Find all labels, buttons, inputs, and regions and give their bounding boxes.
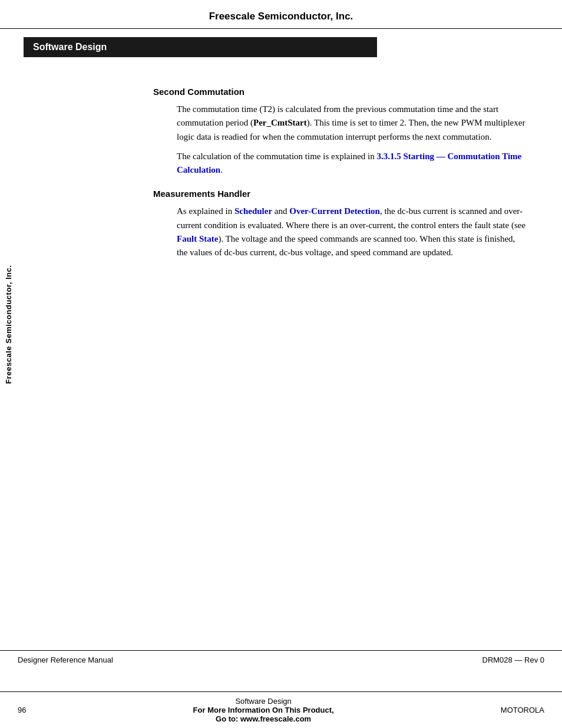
header-title: Freescale Semiconductor, Inc.: [209, 11, 353, 22]
main-content: Second Commutation The commutation time …: [0, 57, 562, 676]
second-commutation-title: Second Commutation: [153, 87, 527, 97]
section-banner-label: Software Design: [33, 42, 107, 52]
bold-per-cmtstart: Per_CmtStart: [253, 118, 307, 127]
side-watermark-text: Freescale Semiconductor, Inc.: [5, 265, 14, 384]
mh-para1-end: ). The voltage and the speed commands ar…: [177, 234, 515, 257]
footer-top: Designer Reference Manual DRM028 — Rev 0: [0, 650, 562, 669]
side-watermark: Freescale Semiconductor, Inc.: [0, 118, 18, 531]
link-over-current-detection[interactable]: Over-Current Detection: [289, 206, 380, 216]
footer-center-line1: Software Design: [26, 697, 500, 706]
link-scheduler[interactable]: Scheduler: [234, 206, 272, 216]
second-commutation-para1: The commutation time (T2) is calculated …: [177, 103, 527, 144]
section-banner: Software Design: [24, 37, 377, 57]
para2-end: .: [220, 165, 223, 174]
second-commutation-body: The commutation time (T2) is calculated …: [177, 103, 527, 177]
footer-top-right: DRM028 — Rev 0: [482, 655, 544, 664]
footer-bottom: 96 Software Design For More Information …: [0, 691, 562, 728]
measurements-handler-body: As explained in Scheduler and Over-Curre…: [177, 205, 527, 259]
footer-page-number: 96: [18, 706, 26, 714]
footer-top-left: Designer Reference Manual: [18, 655, 113, 664]
mh-sep: and: [272, 206, 289, 216]
footer-brand: MOTOROLA: [501, 706, 544, 714]
second-commutation-para2: The calculation of the commutation time …: [177, 150, 527, 177]
footer-center-line2: For More Information On This Product,: [26, 706, 500, 714]
page-header: Freescale Semiconductor, Inc.: [0, 0, 562, 29]
mh-para1-pre: As explained in: [177, 206, 234, 216]
measurements-handler-title: Measurements Handler: [153, 189, 527, 199]
measurements-handler-para1: As explained in Scheduler and Over-Curre…: [177, 205, 527, 259]
para2-pre: The calculation of the commutation time …: [177, 151, 377, 161]
link-fault-state[interactable]: Fault State: [177, 234, 218, 243]
footer-center: Software Design For More Information On …: [26, 697, 500, 723]
footer-center-line3: Go to: www.freescale.com: [26, 714, 500, 723]
